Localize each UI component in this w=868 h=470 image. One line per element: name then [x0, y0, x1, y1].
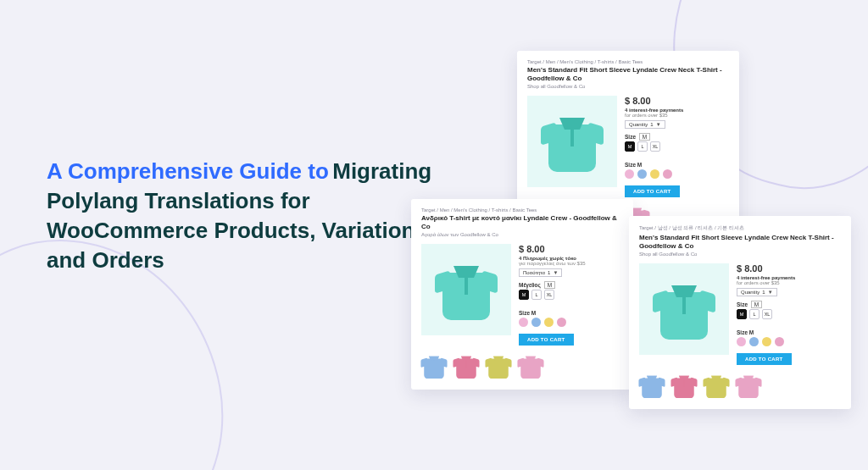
breadcrumb[interactable]: Target / 남성 / 남성 의류 / 티셔츠 / 기본 티셔츠: [639, 224, 841, 232]
payments-sub: για παραγγελίες άνω των $35: [519, 261, 623, 266]
quantity-value: 1: [762, 290, 765, 295]
size-current: M: [751, 301, 762, 308]
variant-thumb[interactable]: [639, 372, 665, 399]
product-image[interactable]: [527, 96, 617, 187]
product-info: $ 8.00 4 interest-free payments for orde…: [625, 96, 729, 197]
size-current: M: [544, 281, 555, 289]
quantity-select[interactable]: Ποσότητα 1 ▼: [519, 268, 562, 277]
color-swatch[interactable]: [544, 318, 554, 327]
color-swatch[interactable]: [625, 169, 634, 179]
product-image[interactable]: [639, 263, 729, 355]
size-option[interactable]: M: [519, 290, 529, 300]
size-label: Size M: [737, 301, 841, 307]
chevron-down-icon: ▼: [553, 270, 558, 275]
shirt-icon: [704, 373, 728, 398]
payments-sub: for orders over $35: [737, 280, 841, 285]
add-to-cart-button[interactable]: ADD TO CART: [737, 353, 792, 365]
shirt-icon: [737, 373, 760, 398]
chevron-down-icon: ▼: [656, 122, 661, 127]
color-swatch[interactable]: [775, 337, 784, 346]
size-options: MLXL: [737, 309, 841, 324]
add-to-cart-button[interactable]: ADD TO CART: [519, 334, 574, 346]
variant-thumb[interactable]: [421, 352, 447, 379]
size-options: MLXL: [625, 141, 729, 157]
quantity-select[interactable]: Quantity 1 ▼: [625, 120, 665, 129]
color-label: Size M: [519, 310, 623, 316]
size-option[interactable]: XL: [650, 141, 660, 152]
headline: A Comprehensive Guide to Migrating Polyl…: [47, 157, 437, 275]
color-swatch[interactable]: [637, 169, 647, 179]
shop-link[interactable]: Αγορά όλων των Goodfellow & Co: [421, 232, 623, 237]
color-swatch[interactable]: [531, 318, 541, 327]
breadcrumb[interactable]: Target / Men / Men's Clothing / T-shirts…: [421, 207, 623, 213]
variant-thumb[interactable]: [736, 372, 761, 399]
color-swatches: [737, 337, 841, 346]
product-info: $ 8.00 4 Πληρωμές χωρίς τόκο για παραγγε…: [519, 244, 623, 346]
payments-sub: for orders over $35: [625, 113, 729, 118]
variant-thumb[interactable]: [518, 352, 543, 379]
size-label: Size M: [625, 134, 729, 140]
add-to-cart-button[interactable]: ADD TO CART: [625, 185, 680, 197]
headline-intro: A Comprehensive Guide to: [47, 158, 329, 184]
size-option[interactable]: XL: [762, 309, 772, 319]
color-swatches: [625, 169, 729, 179]
shop-link[interactable]: Shop all Goodfellow & Co: [527, 84, 729, 89]
size-current: M: [639, 133, 650, 141]
shirt-icon: [487, 353, 510, 379]
shirt-icon: [656, 279, 712, 340]
color-label: Size M: [737, 329, 841, 335]
price: $ 8.00: [625, 96, 729, 106]
color-swatches: [519, 318, 623, 327]
chevron-down-icon: ▼: [768, 290, 773, 295]
variant-thumb[interactable]: [704, 372, 729, 399]
variant-thumbs: [639, 372, 841, 399]
product-title: Men's Standard Fit Short Sleeve Lyndale …: [639, 234, 841, 251]
product-title: Men's Standard Fit Short Sleeve Lyndale …: [527, 66, 729, 83]
price: $ 8.00: [737, 263, 841, 274]
color-swatch[interactable]: [650, 169, 659, 179]
product-title: Ανδρικό T-shirt με κοντό μανίκι Lyndale …: [421, 214, 623, 231]
product-card: Target / 남성 / 남성 의류 / 티셔츠 / 기본 티셔츠 Men's…: [629, 216, 851, 409]
quantity-select[interactable]: Quantity 1 ▼: [737, 288, 777, 296]
shirt-icon: [640, 373, 664, 398]
size-option[interactable]: L: [637, 141, 648, 152]
color-swatch[interactable]: [519, 318, 528, 327]
size-label: Μέγεθος M: [519, 282, 623, 288]
quantity-label: Quantity: [741, 290, 760, 295]
size-option[interactable]: M: [737, 309, 747, 319]
color-label: Size M: [625, 162, 729, 168]
color-swatch[interactable]: [557, 318, 566, 327]
color-swatch[interactable]: [762, 337, 771, 346]
variant-thumbs: [421, 352, 623, 379]
variant-thumb[interactable]: [453, 352, 479, 379]
color-swatch[interactable]: [737, 337, 746, 346]
color-swatch[interactable]: [663, 169, 672, 179]
quantity-value: 1: [548, 270, 550, 275]
size-option[interactable]: L: [531, 290, 542, 300]
size-option[interactable]: XL: [544, 290, 554, 300]
quantity-value: 1: [650, 122, 653, 127]
quantity-label: Quantity: [629, 122, 648, 127]
shirt-icon: [438, 259, 494, 320]
variant-thumb[interactable]: [486, 352, 511, 379]
variant-thumb[interactable]: [671, 372, 697, 399]
shirt-icon: [454, 353, 478, 379]
size-options: MLXL: [519, 290, 623, 305]
size-option[interactable]: M: [625, 141, 635, 152]
shirt-icon: [519, 353, 542, 379]
product-card: Target / Men / Men's Clothing / T-shirts…: [411, 199, 633, 390]
color-swatch[interactable]: [749, 337, 759, 346]
price: $ 8.00: [519, 244, 623, 254]
size-option[interactable]: L: [749, 309, 760, 319]
quantity-label: Ποσότητα: [523, 270, 545, 275]
shirt-icon: [422, 353, 446, 379]
shirt-icon: [544, 111, 600, 172]
product-image[interactable]: [421, 244, 511, 335]
breadcrumb[interactable]: Target / Men / Men's Clothing / T-shirts…: [527, 59, 729, 64]
product-info: $ 8.00 4 interest-free payments for orde…: [737, 263, 841, 365]
shirt-icon: [672, 373, 696, 398]
shop-link[interactable]: Shop all Goodfellow & Co: [639, 252, 841, 257]
product-cards: Target / Men / Men's Clothing / T-shirts…: [411, 51, 868, 440]
